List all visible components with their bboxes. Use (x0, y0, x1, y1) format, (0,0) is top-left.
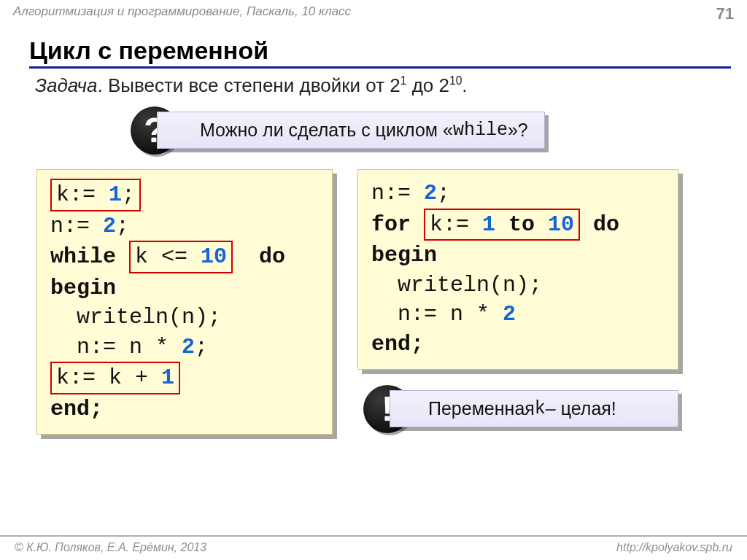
code-num: 2 (103, 214, 116, 238)
course-label: Алгоритмизация и программирование, Паска… (13, 4, 351, 19)
question-body: Можно ли сделать с циклом «while»? (157, 112, 545, 149)
question-text-before: Можно ли сделать с циклом « (200, 120, 453, 141)
task-pre: . Вывести все степени двойки от 2 (97, 74, 400, 96)
page-title: Цикл с переменной (29, 36, 731, 69)
note-text-after: – целая! (546, 398, 616, 419)
code-line: end; (371, 330, 662, 359)
code-line: n:= 2; (371, 179, 662, 209)
code-line: n:= 2; (50, 211, 316, 241)
code-line: n:= n * 2; (50, 332, 316, 362)
code-num: 2 (182, 335, 195, 359)
footer-url: http://kpolyakov.spb.ru (616, 541, 732, 554)
question-row: ? Можно ли сделать с циклом «while»? (0, 112, 747, 149)
header-bar: Алгоритмизация и программирование, Паска… (0, 0, 747, 23)
code-text: n:= n * 2; (50, 332, 208, 362)
note-callout: ! Переменная k – целая! (390, 390, 678, 427)
code-keyword: do (580, 212, 619, 237)
code-line: k:= k + 1 (50, 362, 316, 394)
code-line: writeln(n); (50, 303, 316, 332)
code-block-while: k:= 1; n:= 2; while k <= 10 do begin wri… (36, 169, 333, 435)
task-text: Задача. Вывести все степени двойки от 21… (35, 74, 718, 97)
code-line: n:= n * 2 (371, 300, 662, 330)
code-text: n:= n * (398, 302, 503, 327)
code-line: end; (50, 394, 316, 424)
note-body: Переменная k – целая! (390, 390, 678, 427)
code-text: writeln(n); (50, 303, 221, 332)
code-line: begin (50, 273, 316, 303)
code-num: 1 (161, 365, 174, 390)
code-line: begin (371, 241, 662, 271)
task-sup2: 10 (449, 74, 462, 87)
code-line: while k <= 10 do (50, 241, 316, 273)
note-code: k (535, 398, 546, 419)
code-num: 10 (548, 212, 574, 237)
question-text-after: »? (508, 120, 528, 141)
task-mid: до 2 (406, 74, 449, 96)
code-text: k:= k + (56, 365, 161, 390)
code-block-for: n:= 2; for k:= 1 to 10 do begin writeln(… (357, 169, 678, 370)
copyright-text: © К.Ю. Поляков, Е.А. Ерёмин, 2013 (15, 541, 206, 554)
highlight-box: k:= k + 1 (50, 362, 180, 394)
code-text: k <= (135, 244, 201, 269)
note-text-before: Переменная (428, 398, 535, 419)
highlight-box: k:= 1 to 10 (424, 209, 580, 241)
task-label: Задача (35, 74, 97, 96)
question-code: while (453, 120, 508, 141)
code-num: 2 (424, 181, 437, 206)
code-num: 1 (109, 182, 122, 207)
code-text: n:= (371, 181, 424, 206)
code-text: n:= n * 2 (371, 300, 516, 330)
code-text: k:= (56, 182, 109, 207)
code-keyword: while (50, 244, 129, 269)
code-text: ; (437, 181, 450, 206)
code-text: n:= n * (77, 335, 182, 359)
page-number: 71 (716, 4, 734, 23)
code-text: ; (195, 335, 208, 359)
code-line: writeln(n); (371, 271, 662, 300)
highlight-box: k:= 1; (50, 179, 141, 211)
code-text: ; (116, 214, 129, 238)
question-callout: ? Можно ли сделать с циклом «while»? (157, 112, 545, 149)
code-num: 10 (201, 244, 227, 269)
code-line: k:= 1; (50, 179, 316, 211)
code-keyword: for (371, 212, 424, 237)
slide: Алгоритмизация и программирование, Паска… (0, 0, 747, 560)
highlight-box: k <= 10 (129, 241, 233, 273)
code-keyword: to (495, 212, 548, 237)
code-num: 1 (482, 212, 495, 237)
code-keyword: do (233, 244, 285, 269)
code-text: ; (122, 182, 135, 207)
code-text: k:= (430, 212, 482, 237)
code-text: n:= (50, 214, 103, 238)
code-text: writeln(n); (371, 271, 542, 300)
footer-bar: © К.Ю. Поляков, Е.А. Ерёмин, 2013 http:/… (0, 535, 747, 554)
code-line: for k:= 1 to 10 do (371, 209, 662, 241)
code-num: 2 (503, 302, 516, 327)
right-column: n:= 2; for k:= 1 to 10 do begin writeln(… (357, 169, 678, 427)
code-area: k:= 1; n:= 2; while k <= 10 do begin wri… (36, 169, 718, 435)
task-end: . (462, 74, 467, 96)
